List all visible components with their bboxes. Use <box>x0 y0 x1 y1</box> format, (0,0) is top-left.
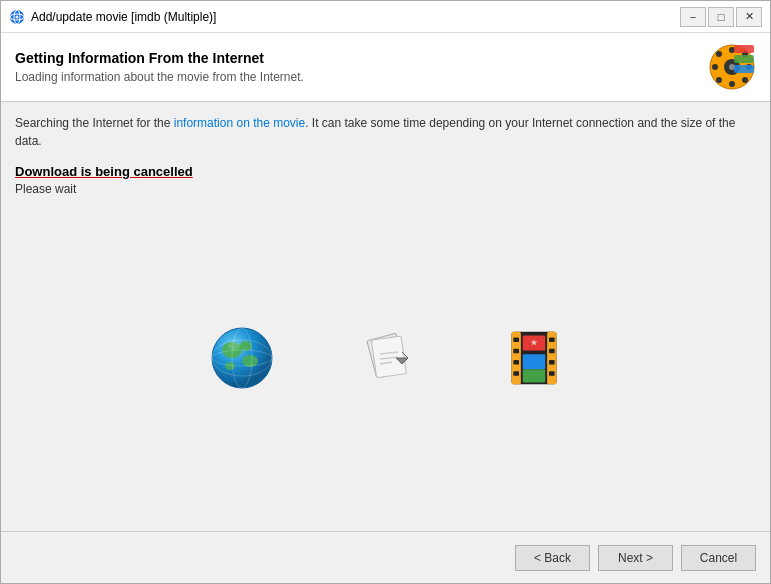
document-arrow-icon <box>364 332 416 384</box>
film-reel-icon <box>708 43 756 91</box>
minimize-button[interactable]: − <box>680 7 706 27</box>
cancel-button[interactable]: Cancel <box>681 545 756 571</box>
svg-point-20 <box>240 341 252 351</box>
header-title: Getting Information From the Internet <box>15 50 708 66</box>
svg-rect-28 <box>371 335 406 377</box>
close-button[interactable]: ✕ <box>736 7 762 27</box>
svg-rect-36 <box>513 337 519 342</box>
title-bar-icon <box>9 9 25 25</box>
filmstrip-icon <box>506 328 562 388</box>
svg-rect-43 <box>549 371 555 376</box>
title-bar: Add/update movie [imdb (Multiple)] − □ ✕ <box>1 1 770 33</box>
header-text: Getting Information From the Internet Lo… <box>15 50 708 84</box>
svg-point-3 <box>16 15 19 18</box>
status-block: Download is being cancelled Please wait <box>15 164 756 196</box>
next-button[interactable]: Next > <box>598 545 673 571</box>
svg-point-12 <box>742 77 748 83</box>
svg-rect-45 <box>522 354 545 369</box>
icons-area <box>15 216 756 519</box>
svg-rect-37 <box>513 348 519 353</box>
info-text-part1: Searching the Internet for the <box>15 116 174 130</box>
svg-point-14 <box>716 77 722 83</box>
svg-rect-15 <box>734 45 754 53</box>
back-button[interactable]: < Back <box>515 545 590 571</box>
svg-point-26 <box>228 342 240 350</box>
svg-rect-39 <box>513 371 519 376</box>
svg-rect-17 <box>734 65 754 73</box>
info-text-highlight: information on the movie <box>174 116 305 130</box>
svg-point-8 <box>729 81 735 87</box>
footer: < Back Next > Cancel <box>1 531 770 583</box>
window-controls: − □ ✕ <box>680 7 762 27</box>
svg-point-11 <box>716 51 722 57</box>
status-title: Download is being cancelled <box>15 164 756 179</box>
window-title: Add/update movie [imdb (Multiple)] <box>31 10 680 24</box>
status-subtitle: Please wait <box>15 182 756 196</box>
svg-rect-46 <box>522 369 545 382</box>
svg-rect-40 <box>549 337 555 342</box>
header-subtitle: Loading information about the movie from… <box>15 70 708 84</box>
globe-icon <box>210 326 274 390</box>
info-text: Searching the Internet for the informati… <box>15 114 756 150</box>
svg-rect-38 <box>513 359 519 364</box>
svg-point-18 <box>212 328 272 388</box>
svg-rect-16 <box>734 55 754 63</box>
svg-rect-42 <box>549 359 555 364</box>
svg-point-9 <box>712 64 718 70</box>
svg-rect-41 <box>549 348 555 353</box>
main-window: Add/update movie [imdb (Multiple)] − □ ✕… <box>0 0 771 584</box>
main-content: Searching the Internet for the informati… <box>1 102 770 531</box>
maximize-button[interactable]: □ <box>708 7 734 27</box>
header-section: Getting Information From the Internet Lo… <box>1 33 770 102</box>
svg-point-22 <box>225 362 235 370</box>
